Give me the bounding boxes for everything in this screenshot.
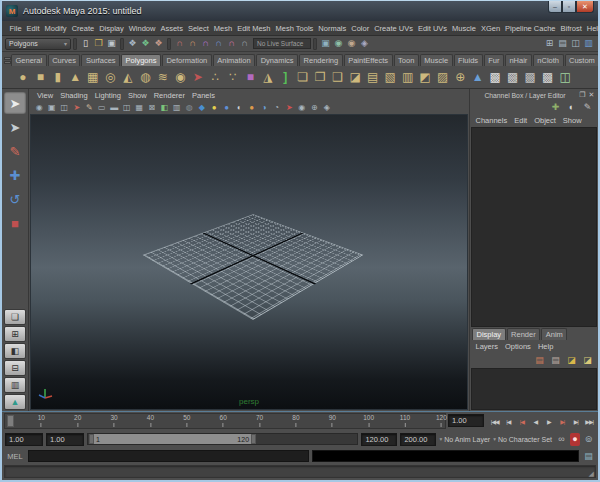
cut-faces-icon[interactable]: ▧ — [382, 68, 400, 87]
script-editor-icon[interactable]: ▤ — [582, 450, 595, 463]
vp-xray-icon[interactable]: ◔ — [271, 104, 284, 112]
poly-helix-icon[interactable]: ≋ — [154, 68, 172, 87]
paint-select-tool[interactable]: ✎ — [4, 140, 26, 162]
live-surface-field[interactable]: No Live Surface — [253, 38, 311, 49]
vp-film-gate-icon[interactable]: ▭ — [96, 104, 109, 112]
layer-tab-anim[interactable]: Anim — [541, 328, 567, 340]
menu-muscle[interactable]: Muscle — [450, 24, 479, 33]
close-button[interactable]: ✕ — [576, 1, 594, 13]
panel-menu-show[interactable]: Show — [125, 91, 150, 100]
animation-end-field[interactable]: 200.00 — [400, 433, 436, 446]
fill-hole-icon[interactable]: ▤ — [364, 68, 382, 87]
maximize-button[interactable]: ▫ — [562, 1, 576, 13]
menu-edit-uvs[interactable]: Edit UVs — [415, 24, 449, 33]
auto-keyframe-icon[interactable]: ● — [570, 433, 580, 446]
vp-resolution-gate-icon[interactable]: ▬ — [108, 104, 121, 112]
menu-pipeline-cache[interactable]: Pipeline Cache — [503, 24, 558, 33]
menu-create-uvs[interactable]: Create UVs — [372, 24, 416, 33]
menu-window[interactable]: Window — [126, 24, 158, 33]
uv-checker4-icon[interactable]: ▩ — [539, 68, 557, 87]
vp-camera-attrs-icon[interactable]: ▣ — [46, 104, 59, 112]
go-to-start-button[interactable]: |◀◀ — [488, 414, 502, 428]
step-back-key-button[interactable]: |◀ — [515, 414, 529, 428]
shelf-tab-polygons[interactable]: Polygons — [121, 54, 161, 66]
panel-menu-renderer[interactable]: Renderer — [151, 91, 188, 100]
minimize-button[interactable]: – — [548, 1, 562, 13]
shelf-tab-general[interactable]: General — [11, 54, 47, 66]
vp-wireframe-icon[interactable]: ◍ — [183, 104, 196, 112]
vp-safe-action-icon[interactable]: ⊠ — [146, 104, 159, 112]
target-weld-icon[interactable]: ⊕ — [452, 68, 470, 87]
shelf-tab-fur[interactable]: Fur — [484, 54, 504, 66]
anim-layer-dropdown[interactable]: ▾ No Anim Layer — [439, 436, 490, 443]
group-divider[interactable] — [120, 38, 124, 50]
combine-icon[interactable]: ❏ — [294, 68, 312, 87]
play-forwards-button[interactable]: ▶ — [542, 414, 556, 428]
cb-hyperbolic-icon[interactable]: ✎ — [581, 101, 594, 114]
select-tool[interactable]: ➤ — [4, 92, 26, 114]
layout-hypershade-icon[interactable]: ▥ — [4, 377, 26, 393]
bridge-icon[interactable]: ▨ — [434, 68, 452, 87]
lasso-tool[interactable]: ➤ — [4, 116, 26, 138]
menu-mesh-tools[interactable]: Mesh Tools — [273, 24, 316, 33]
range-slider-bar[interactable]: 1 120 — [89, 434, 256, 444]
render-view-icon[interactable]: ▣ — [319, 37, 332, 50]
snap-view-icon[interactable]: ∩ — [212, 37, 225, 50]
rotate-tool[interactable]: ↺ — [4, 188, 26, 210]
poly-plane-icon[interactable]: ▦ — [84, 68, 102, 87]
layer-menu-help[interactable]: Help — [534, 342, 556, 351]
shelf-tab-fluids[interactable]: Fluids — [454, 54, 483, 66]
vp-all-lights-icon[interactable]: ● — [246, 104, 259, 112]
move-layer-up-icon[interactable]: ▤ — [533, 354, 546, 367]
viewport-canvas[interactable]: persp — [30, 114, 468, 410]
poly-cone-icon[interactable]: ▲ — [67, 68, 85, 87]
menu-modify[interactable]: Modify — [42, 24, 69, 33]
move-layer-down-icon[interactable]: ▤ — [549, 354, 562, 367]
wedge-icon[interactable]: ◩ — [417, 68, 435, 87]
group-divider[interactable] — [313, 38, 317, 50]
modeling-toolkit-icon[interactable]: ⊞ — [543, 37, 556, 50]
layer-list[interactable] — [471, 368, 597, 410]
maya-logo-icon[interactable]: M — [6, 5, 18, 17]
current-frame-marker[interactable] — [7, 415, 14, 427]
range-slider-track[interactable]: 1 120 — [87, 433, 358, 445]
shelf-tab-deformation[interactable]: Deformation — [162, 54, 212, 66]
cb-manip-icon[interactable]: ✚ — [549, 101, 562, 114]
boolean-icon[interactable]: ◪ — [347, 68, 365, 87]
channel-box-list[interactable] — [471, 127, 597, 327]
mirror-geometry-icon[interactable]: ◮ — [259, 68, 277, 87]
shelf-tab-nhair[interactable]: nHair — [505, 54, 532, 66]
playback-end-field[interactable]: 120.00 — [361, 433, 397, 446]
cb-menu-edit[interactable]: Edit — [511, 116, 531, 125]
extract-icon[interactable]: ❑ — [329, 68, 347, 87]
new-layer-from-selected-icon[interactable]: ◪ — [581, 354, 594, 367]
vp-select-camera-icon[interactable]: ➤ — [71, 104, 84, 112]
menu-file[interactable]: File — [7, 24, 24, 33]
step-back-frame-button[interactable]: |◀ — [502, 414, 516, 428]
cb-float-icon[interactable]: ❐ — [578, 91, 587, 99]
poly-torus-icon[interactable]: ◎ — [102, 68, 120, 87]
vp-safe-title-icon[interactable]: ◧ — [158, 104, 171, 112]
hierarchy-mode-icon[interactable]: ❖ — [126, 37, 139, 50]
title-bar[interactable]: M Autodesk Maya 2015: untitled – ▫ ✕ — [2, 1, 598, 21]
uv-checker1-icon[interactable]: ▩ — [487, 68, 505, 87]
poly-pipe-icon[interactable]: ◍ — [137, 68, 155, 87]
shelf-tab-surfaces[interactable]: Surfaces — [81, 54, 120, 66]
uv-editor-icon[interactable]: ◫ — [557, 68, 575, 87]
vp-bookmark-icon[interactable]: ◉ — [33, 104, 46, 112]
layer-tab-display[interactable]: Display — [472, 328, 506, 340]
component-mode-icon[interactable]: ❖ — [152, 37, 165, 50]
range-start-handle[interactable] — [89, 434, 94, 444]
layout-single-icon[interactable]: ❏ — [4, 309, 26, 325]
step-fwd-key-button[interactable]: ▶| — [556, 414, 570, 428]
menu-create[interactable]: Create — [69, 24, 97, 33]
character-set-dropdown[interactable]: ▾ No Character Set — [493, 436, 552, 443]
shelf-tab-muscle[interactable]: Muscle — [420, 54, 453, 66]
subdiv-cube-icon[interactable]: ■ — [242, 68, 260, 87]
menu-assets[interactable]: Assets — [158, 24, 186, 33]
shelf-tab-dynamics[interactable]: Dynamics — [256, 54, 298, 66]
menu-xgen[interactable]: XGen — [478, 24, 502, 33]
uv-checker2-icon[interactable]: ▩ — [504, 68, 522, 87]
cb-menu-object[interactable]: Object — [531, 116, 560, 125]
channel-box-toggle-icon[interactable]: ▥ — [582, 37, 595, 50]
